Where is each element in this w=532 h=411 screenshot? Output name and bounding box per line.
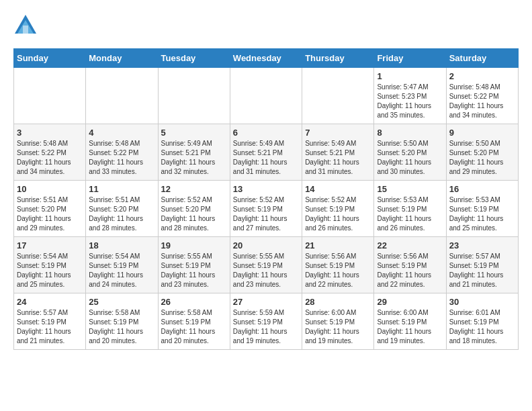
calendar-cell [158, 68, 230, 124]
calendar-week-row: 10Sunrise: 5:51 AM Sunset: 5:20 PM Dayli… [14, 181, 519, 237]
calendar-cell: 13Sunrise: 5:52 AM Sunset: 5:19 PM Dayli… [230, 181, 302, 237]
day-number: 6 [233, 128, 299, 138]
day-number: 24 [17, 297, 83, 307]
calendar-cell: 15Sunrise: 5:53 AM Sunset: 5:19 PM Dayli… [374, 181, 446, 237]
calendar-cell: 9Sunrise: 5:50 AM Sunset: 5:20 PM Daylig… [446, 124, 518, 181]
day-number: 26 [161, 297, 227, 307]
calendar-cell: 7Sunrise: 5:49 AM Sunset: 5:21 PM Daylig… [302, 124, 374, 181]
calendar-cell: 18Sunrise: 5:54 AM Sunset: 5:19 PM Dayli… [86, 237, 158, 293]
day-number: 27 [233, 297, 299, 307]
day-number: 17 [17, 240, 83, 250]
day-number: 12 [161, 184, 227, 194]
calendar-week-row: 1Sunrise: 5:47 AM Sunset: 5:23 PM Daylig… [14, 68, 519, 124]
calendar-cell: 27Sunrise: 5:59 AM Sunset: 5:19 PM Dayli… [230, 293, 302, 350]
calendar-week-row: 24Sunrise: 5:57 AM Sunset: 5:19 PM Dayli… [14, 293, 519, 350]
day-info: Sunrise: 5:50 AM Sunset: 5:20 PM Dayligh… [449, 139, 515, 177]
day-number: 30 [449, 297, 515, 307]
day-of-week-header: Tuesday [158, 49, 230, 68]
calendar-cell: 1Sunrise: 5:47 AM Sunset: 5:23 PM Daylig… [374, 68, 446, 124]
day-info: Sunrise: 5:59 AM Sunset: 5:19 PM Dayligh… [233, 308, 299, 346]
day-info: Sunrise: 6:00 AM Sunset: 5:19 PM Dayligh… [305, 308, 371, 346]
day-info: Sunrise: 5:58 AM Sunset: 5:19 PM Dayligh… [89, 308, 154, 346]
day-info: Sunrise: 5:57 AM Sunset: 5:19 PM Dayligh… [449, 252, 515, 289]
day-info: Sunrise: 5:54 AM Sunset: 5:19 PM Dayligh… [89, 252, 154, 289]
day-info: Sunrise: 5:52 AM Sunset: 5:20 PM Dayligh… [161, 195, 227, 233]
day-info: Sunrise: 5:56 AM Sunset: 5:19 PM Dayligh… [305, 252, 371, 289]
calendar-cell: 24Sunrise: 5:57 AM Sunset: 5:19 PM Dayli… [14, 293, 86, 350]
calendar-cell [302, 68, 374, 124]
day-number: 21 [305, 240, 371, 250]
day-number: 29 [377, 297, 443, 307]
day-info: Sunrise: 5:52 AM Sunset: 5:19 PM Dayligh… [233, 195, 299, 233]
day-info: Sunrise: 5:55 AM Sunset: 5:19 PM Dayligh… [233, 252, 299, 289]
calendar-cell: 6Sunrise: 5:49 AM Sunset: 5:21 PM Daylig… [230, 124, 302, 181]
calendar-cell: 29Sunrise: 6:00 AM Sunset: 5:19 PM Dayli… [374, 293, 446, 350]
day-info: Sunrise: 6:00 AM Sunset: 5:19 PM Dayligh… [377, 308, 443, 346]
day-number: 10 [17, 184, 83, 194]
calendar-cell: 3Sunrise: 5:48 AM Sunset: 5:22 PM Daylig… [14, 124, 86, 181]
calendar-cell: 23Sunrise: 5:57 AM Sunset: 5:19 PM Dayli… [446, 237, 518, 293]
day-of-week-header: Sunday [14, 49, 86, 68]
day-info: Sunrise: 5:52 AM Sunset: 5:19 PM Dayligh… [305, 195, 371, 233]
day-info: Sunrise: 5:57 AM Sunset: 5:19 PM Dayligh… [17, 308, 83, 346]
calendar-cell: 28Sunrise: 6:00 AM Sunset: 5:19 PM Dayli… [302, 293, 374, 350]
day-info: Sunrise: 5:49 AM Sunset: 5:21 PM Dayligh… [305, 139, 371, 177]
day-info: Sunrise: 5:49 AM Sunset: 5:21 PM Dayligh… [233, 139, 299, 177]
day-info: Sunrise: 5:53 AM Sunset: 5:19 PM Dayligh… [449, 195, 515, 233]
day-info: Sunrise: 5:47 AM Sunset: 5:23 PM Dayligh… [377, 83, 443, 120]
header [13, 13, 519, 38]
day-number: 9 [449, 128, 515, 138]
calendar-cell: 26Sunrise: 5:58 AM Sunset: 5:19 PM Dayli… [158, 293, 230, 350]
day-number: 1 [377, 71, 443, 81]
calendar-cell [230, 68, 302, 124]
day-number: 28 [305, 297, 371, 307]
day-number: 19 [161, 240, 227, 250]
day-of-week-header: Monday [86, 49, 158, 68]
day-number: 15 [377, 184, 443, 194]
calendar-cell: 25Sunrise: 5:58 AM Sunset: 5:19 PM Dayli… [86, 293, 158, 350]
calendar-cell: 17Sunrise: 5:54 AM Sunset: 5:19 PM Dayli… [14, 237, 86, 293]
day-number: 2 [449, 71, 515, 81]
day-number: 20 [233, 240, 299, 250]
day-number: 8 [377, 128, 443, 138]
day-of-week-header: Thursday [302, 49, 374, 68]
day-number: 22 [377, 240, 443, 250]
day-number: 16 [449, 184, 515, 194]
calendar-cell: 12Sunrise: 5:52 AM Sunset: 5:20 PM Dayli… [158, 181, 230, 237]
day-number: 3 [17, 128, 83, 138]
day-number: 18 [89, 240, 154, 250]
day-number: 4 [89, 128, 154, 138]
calendar-cell [14, 68, 86, 124]
calendar-header-row: SundayMondayTuesdayWednesdayThursdayFrid… [14, 49, 519, 68]
day-number: 14 [305, 184, 371, 194]
calendar-cell: 30Sunrise: 6:01 AM Sunset: 5:19 PM Dayli… [446, 293, 518, 350]
day-number: 5 [161, 128, 227, 138]
calendar-cell: 4Sunrise: 5:48 AM Sunset: 5:22 PM Daylig… [86, 124, 158, 181]
day-number: 23 [449, 240, 515, 250]
calendar-cell: 16Sunrise: 5:53 AM Sunset: 5:19 PM Dayli… [446, 181, 518, 237]
svg-rect-2 [23, 26, 28, 34]
day-of-week-header: Saturday [446, 49, 518, 68]
calendar-cell: 22Sunrise: 5:56 AM Sunset: 5:19 PM Dayli… [374, 237, 446, 293]
logo-icon [13, 13, 38, 38]
day-info: Sunrise: 5:56 AM Sunset: 5:19 PM Dayligh… [377, 252, 443, 289]
day-number: 11 [89, 184, 154, 194]
calendar-cell: 20Sunrise: 5:55 AM Sunset: 5:19 PM Dayli… [230, 237, 302, 293]
logo [13, 13, 42, 38]
day-info: Sunrise: 6:01 AM Sunset: 5:19 PM Dayligh… [449, 308, 515, 346]
day-info: Sunrise: 5:51 AM Sunset: 5:20 PM Dayligh… [17, 195, 83, 233]
calendar-cell: 2Sunrise: 5:48 AM Sunset: 5:22 PM Daylig… [446, 68, 518, 124]
day-info: Sunrise: 5:48 AM Sunset: 5:22 PM Dayligh… [89, 139, 154, 177]
day-info: Sunrise: 5:54 AM Sunset: 5:19 PM Dayligh… [17, 252, 83, 289]
calendar-week-row: 17Sunrise: 5:54 AM Sunset: 5:19 PM Dayli… [14, 237, 519, 293]
day-number: 25 [89, 297, 154, 307]
calendar-cell: 8Sunrise: 5:50 AM Sunset: 5:20 PM Daylig… [374, 124, 446, 181]
calendar-table: SundayMondayTuesdayWednesdayThursdayFrid… [13, 48, 519, 350]
calendar-cell [86, 68, 158, 124]
day-info: Sunrise: 5:58 AM Sunset: 5:19 PM Dayligh… [161, 308, 227, 346]
day-of-week-header: Friday [374, 49, 446, 68]
day-info: Sunrise: 5:55 AM Sunset: 5:19 PM Dayligh… [161, 252, 227, 289]
day-info: Sunrise: 5:50 AM Sunset: 5:20 PM Dayligh… [377, 139, 443, 177]
page: SundayMondayTuesdayWednesdayThursdayFrid… [0, 0, 532, 357]
calendar-cell: 10Sunrise: 5:51 AM Sunset: 5:20 PM Dayli… [14, 181, 86, 237]
